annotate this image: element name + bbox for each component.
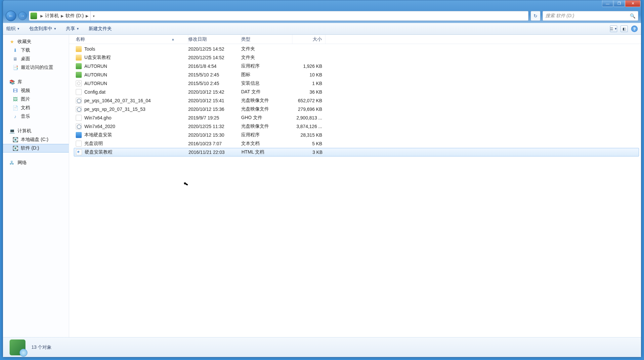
refresh-icon: ↻ bbox=[534, 13, 537, 19]
file-size: 10 KB bbox=[292, 72, 325, 77]
file-type-icon bbox=[76, 80, 82, 86]
file-type-icon bbox=[76, 141, 82, 147]
sidebar-item-drive-c[interactable]: 💽本地磁盘 (C:) bbox=[3, 135, 69, 144]
maximize-button[interactable]: ❐ bbox=[614, 0, 625, 7]
desktop-icon: 🖥 bbox=[12, 56, 18, 62]
breadcrumb-sep-icon: ▶ bbox=[59, 14, 65, 18]
sidebar-item-pictures[interactable]: 🖼图片 bbox=[3, 95, 69, 104]
breadcrumb-sep-icon: ▶ bbox=[84, 14, 90, 18]
libraries-header[interactable]: 📚库 bbox=[3, 78, 69, 86]
file-row[interactable]: pe_yqs_1064_20_07_31_16_042020/10/12 15:… bbox=[69, 96, 641, 105]
file-size: 36 KB bbox=[292, 89, 325, 95]
address-bar[interactable]: ▶ 计算机 ▶ 软件 (D:) ▶ ▾ bbox=[29, 11, 529, 21]
sidebar-item-label: 软件 (D:) bbox=[21, 145, 39, 151]
new-folder-button[interactable]: 新建文件夹 bbox=[89, 26, 112, 32]
chevron-down-icon: ▼ bbox=[614, 27, 617, 30]
file-row[interactable]: AUTORUN2016/1/8 4:54应用程序1,926 KB bbox=[69, 62, 641, 70]
file-date: 2020/12/25 11:32 bbox=[188, 124, 241, 129]
content-area: ★收藏夹 ⬇下载 🖥桌面 📑最近访问的位置 📚库 🎞视频 🖼图片 📄文档 ♪音乐… bbox=[3, 35, 641, 337]
sidebar-item-label: 桌面 bbox=[21, 56, 30, 62]
preview-pane-button[interactable]: ◧ bbox=[621, 25, 628, 32]
network-label: 网络 bbox=[18, 160, 27, 166]
search-input[interactable]: 搜索 软件 (D:) 🔍 bbox=[542, 11, 638, 21]
sidebar-item-downloads[interactable]: ⬇下载 bbox=[3, 46, 69, 55]
file-row[interactable]: pe_yqs_xp_20_07_31_15_532020/10/12 15:36… bbox=[69, 105, 641, 113]
computer-header[interactable]: 💻计算机 bbox=[3, 127, 69, 135]
sidebar-item-videos[interactable]: 🎞视频 bbox=[3, 86, 69, 95]
file-row[interactable]: 光盘说明2016/10/23 7:07文本文档5 KB bbox=[69, 139, 641, 148]
file-name: Config.dat bbox=[84, 89, 106, 95]
drive-icon bbox=[30, 13, 37, 19]
back-button[interactable]: ← bbox=[6, 11, 16, 21]
file-date: 2016/10/23 7:07 bbox=[188, 141, 241, 146]
library-icon: 📚 bbox=[9, 79, 15, 85]
include-menu[interactable]: 包含到库中▼ bbox=[29, 26, 57, 32]
file-row[interactable]: 硬盘安装教程2016/11/21 22:03HTML 文档3 KB bbox=[74, 148, 639, 157]
breadcrumb-drive[interactable]: 软件 (D:) bbox=[65, 13, 84, 19]
file-date: 2016/11/21 22:03 bbox=[189, 150, 241, 155]
file-type: 光盘映像文件 bbox=[241, 98, 292, 104]
file-name: 光盘说明 bbox=[84, 141, 103, 147]
forward-button[interactable]: → bbox=[18, 12, 27, 20]
file-listing: 名称▲ 修改日期 类型 大小 Tools2020/12/25 14:52文件夹U… bbox=[69, 35, 641, 337]
libraries-group: 📚库 🎞视频 🖼图片 📄文档 ♪音乐 bbox=[3, 78, 69, 121]
column-name[interactable]: 名称▲ bbox=[76, 35, 188, 44]
file-row[interactable]: U盘安装教程2020/12/25 14:52文件夹 bbox=[69, 53, 641, 62]
column-headers: 名称▲ 修改日期 类型 大小 bbox=[69, 35, 641, 44]
close-button[interactable]: ✕ bbox=[625, 0, 640, 7]
search-icon: 🔍 bbox=[630, 13, 635, 19]
file-row[interactable]: Win7x64.gho2019/9/7 19:25GHO 文件2,900,813… bbox=[69, 113, 641, 122]
file-date: 2020/12/25 14:52 bbox=[188, 55, 241, 60]
document-icon: 📄 bbox=[12, 105, 18, 111]
file-name: Win7x64_2020 bbox=[84, 124, 115, 129]
file-date: 2015/5/10 2:45 bbox=[188, 81, 241, 86]
file-row[interactable]: Win7x64_20202020/12/25 11:32光盘映像文件3,874,… bbox=[69, 122, 641, 131]
arrow-left-icon: ← bbox=[8, 13, 14, 19]
favorites-group: ★收藏夹 ⬇下载 🖥桌面 📑最近访问的位置 bbox=[3, 37, 69, 72]
organize-menu[interactable]: 组织▼ bbox=[6, 26, 20, 32]
network-header[interactable]: 🖧网络 bbox=[3, 158, 69, 167]
file-row[interactable]: Config.dat2020/10/12 15:42DAT 文件36 KB bbox=[69, 88, 641, 96]
help-button[interactable]: ? bbox=[631, 25, 638, 32]
download-icon: ⬇ bbox=[12, 47, 18, 53]
sidebar-item-recent[interactable]: 📑最近访问的位置 bbox=[3, 63, 69, 72]
drive-icon: 💽 bbox=[12, 145, 18, 151]
file-size: 28,315 KB bbox=[292, 132, 325, 138]
sidebar-item-label: 下载 bbox=[21, 47, 30, 53]
file-row[interactable]: Tools2020/12/25 14:52文件夹 bbox=[69, 45, 641, 53]
address-dropdown[interactable]: ▾ bbox=[90, 11, 97, 21]
computer-label: 计算机 bbox=[18, 128, 31, 134]
file-name: Win7x64.gho bbox=[84, 115, 111, 120]
column-type[interactable]: 类型 bbox=[241, 35, 292, 44]
file-row[interactable]: AUTORUN2015/5/10 2:45安装信息1 KB bbox=[69, 79, 641, 88]
column-label: 类型 bbox=[241, 36, 250, 42]
column-size[interactable]: 大小 bbox=[292, 35, 325, 44]
breadcrumb-computer[interactable]: 计算机 bbox=[45, 13, 59, 19]
video-icon: 🎞 bbox=[12, 88, 18, 94]
column-date[interactable]: 修改日期 bbox=[188, 35, 241, 44]
file-rows: Tools2020/12/25 14:52文件夹U盘安装教程2020/12/25… bbox=[69, 44, 641, 337]
status-text: 13 个对象 bbox=[31, 344, 52, 350]
sidebar-item-desktop[interactable]: 🖥桌面 bbox=[3, 55, 69, 63]
chevron-down-icon: ▼ bbox=[54, 27, 57, 30]
file-row[interactable]: AUTORUN2015/5/10 2:45图标10 KB bbox=[69, 70, 641, 79]
view-mode-button[interactable]: ☰▼ bbox=[610, 25, 617, 32]
sidebar-item-documents[interactable]: 📄文档 bbox=[3, 104, 69, 112]
favorites-header[interactable]: ★收藏夹 bbox=[3, 37, 69, 46]
refresh-button[interactable]: ↻ bbox=[531, 11, 540, 21]
file-type-icon bbox=[76, 106, 82, 112]
share-menu[interactable]: 共享▼ bbox=[66, 26, 79, 32]
sidebar-item-drive-d[interactable]: 💽软件 (D:) bbox=[3, 144, 69, 153]
file-row[interactable]: 本地硬盘安装2020/10/12 15:30应用程序28,315 KB bbox=[69, 131, 641, 139]
file-type: DAT 文件 bbox=[241, 89, 292, 95]
file-size: 3,874,126 ... bbox=[292, 124, 325, 129]
favorites-label: 收藏夹 bbox=[18, 39, 31, 45]
file-type-icon bbox=[76, 89, 82, 95]
sort-asc-icon: ▲ bbox=[171, 37, 175, 41]
minimize-button[interactable]: — bbox=[602, 0, 613, 7]
star-icon: ★ bbox=[9, 39, 15, 45]
arrow-right-icon: → bbox=[20, 13, 25, 19]
file-type: 应用程序 bbox=[241, 132, 292, 138]
file-type: 光盘映像文件 bbox=[241, 123, 292, 129]
sidebar-item-music[interactable]: ♪音乐 bbox=[3, 112, 69, 121]
